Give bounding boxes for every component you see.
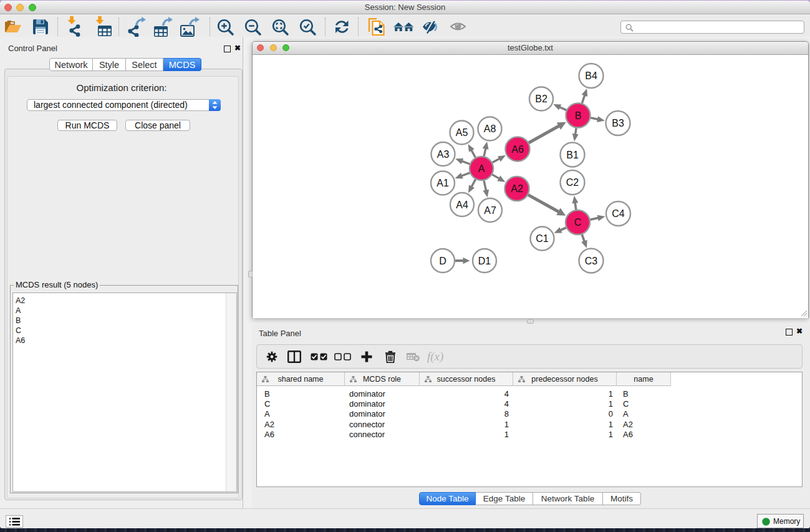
svg-text:A3: A3 — [437, 149, 450, 160]
svg-text:C4: C4 — [612, 208, 625, 219]
svg-text:A1: A1 — [436, 178, 449, 188]
svg-text:A: A — [478, 163, 485, 174]
svg-text:C3: C3 — [585, 256, 598, 266]
svg-text:D1: D1 — [478, 256, 491, 266]
svg-text:B: B — [575, 110, 582, 121]
svg-text:B1: B1 — [566, 150, 579, 160]
svg-text:C2: C2 — [566, 177, 579, 188]
svg-text:A8: A8 — [484, 123, 496, 134]
svg-text:D: D — [439, 256, 446, 266]
svg-text:A7: A7 — [484, 205, 496, 216]
svg-text:B4: B4 — [585, 70, 597, 81]
svg-text:A5: A5 — [456, 127, 468, 138]
svg-text:C1: C1 — [536, 233, 549, 244]
svg-text:A4: A4 — [456, 200, 468, 210]
svg-text:B2: B2 — [535, 94, 547, 104]
svg-text:B3: B3 — [612, 118, 624, 128]
svg-text:A6: A6 — [511, 144, 524, 155]
svg-text:A2: A2 — [511, 183, 523, 194]
svg-text:C: C — [574, 217, 582, 228]
